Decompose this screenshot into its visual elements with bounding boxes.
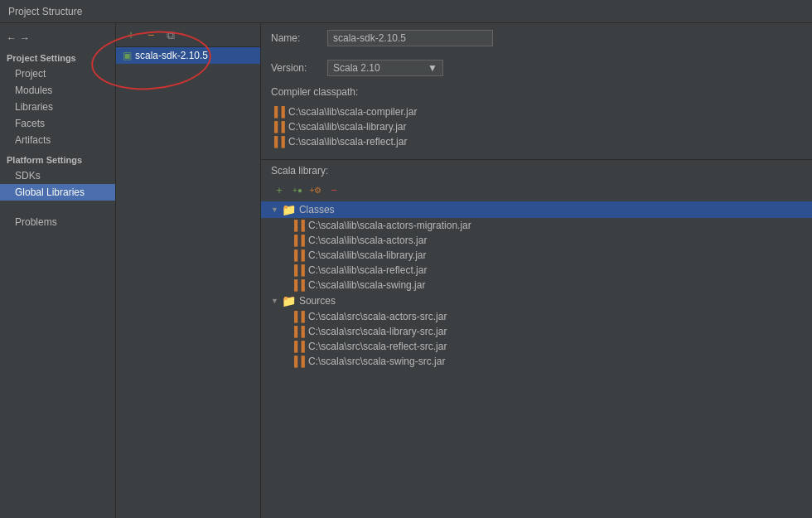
version-dropdown-arrow: ▼ xyxy=(421,62,437,74)
copy-sdk-button[interactable]: ⧉ xyxy=(162,27,179,43)
classes-item[interactable]: ▐▐ C:\scala\lib\scala-actors.jar xyxy=(261,233,812,248)
version-field-row: Version: Scala 2.10 ▼ xyxy=(261,53,812,83)
name-label: Name: xyxy=(271,32,321,44)
sidebar-item-global-libraries[interactable]: Global Libraries xyxy=(0,184,115,201)
sources-folder-icon: 📁 xyxy=(282,294,296,307)
version-value: Scala 2.10 xyxy=(333,62,380,74)
jar-icon-c3: ▐▐ xyxy=(291,249,305,261)
sdk-icon: ▣ xyxy=(123,50,132,61)
classpath-item-3: C:\scala\lib\scala-reflect.jar xyxy=(288,136,407,148)
sources-item-3: C:\scala\src\scala-reflect-src.jar xyxy=(308,341,447,352)
name-field-row: Name: xyxy=(261,23,812,53)
classes-item[interactable]: ▐▐ C:\scala\lib\scala-library.jar xyxy=(261,248,812,263)
sources-item-4: C:\scala\src\scala-swing-src.jar xyxy=(308,356,445,367)
classes-folder-icon: 📁 xyxy=(282,203,296,216)
classpath-item-2: C:\scala\lib\scala-library.jar xyxy=(288,121,406,133)
classes-node-label: Classes xyxy=(299,204,335,215)
sources-chevron: ▼ xyxy=(271,297,278,305)
version-label: Version: xyxy=(271,62,321,74)
library-remove-button[interactable]: − xyxy=(326,182,342,198)
add-sdk-button[interactable]: + xyxy=(123,27,139,43)
classes-tree-node[interactable]: ▼ 📁 Classes xyxy=(261,201,812,218)
classes-item-4: C:\scala\lib\scala-reflect.jar xyxy=(308,264,427,276)
tree-area: ▼ 📁 Classes ▐▐ C:\scala\lib\scala-actors… xyxy=(261,200,812,518)
sources-item[interactable]: ▐▐ C:\scala\src\scala-library-src.jar xyxy=(261,324,812,339)
classes-item-3: C:\scala\lib\scala-library.jar xyxy=(308,249,426,261)
sidebar-item-problems[interactable]: Problems xyxy=(0,214,115,230)
sidebar-item-facets[interactable]: Facets xyxy=(0,115,115,132)
jar-icon-c4: ▐▐ xyxy=(291,264,305,276)
sdk-list-item[interactable]: ▣ scala-sdk-2.10.5 xyxy=(116,47,260,64)
jar-icon-c2: ▐▐ xyxy=(291,235,305,246)
sidebar-item-libraries[interactable]: Libraries xyxy=(0,99,115,115)
classes-item[interactable]: ▐▐ C:\scala\lib\scala-swing.jar xyxy=(261,278,812,293)
sdk-label: scala-sdk-2.10.5 xyxy=(135,50,208,61)
classpath-item: ▐▐ C:\scala\lib\scala-library.jar xyxy=(271,119,802,134)
version-select[interactable]: Scala 2.10 ▼ xyxy=(327,60,443,76)
sidebar-item-artifacts[interactable]: Artifacts xyxy=(0,132,115,148)
jar-icon-s3: ▐▐ xyxy=(291,341,305,352)
title-bar: Project Structure xyxy=(0,0,812,23)
sidebar: ← → Project Settings Project Modules Lib… xyxy=(0,23,116,518)
remove-sdk-button[interactable]: − xyxy=(143,27,159,43)
classes-item[interactable]: ▐▐ C:\scala\lib\scala-reflect.jar xyxy=(261,263,812,278)
sources-item[interactable]: ▐▐ C:\scala\src\scala-swing-src.jar xyxy=(261,354,812,369)
name-input[interactable] xyxy=(327,30,493,46)
classes-item[interactable]: ▐▐ C:\scala\lib\scala-actors-migration.j… xyxy=(261,218,812,233)
scala-library-label: Scala library: xyxy=(261,160,812,180)
right-panel: Name: Version: Scala 2.10 ▼ Compiler cla… xyxy=(261,23,812,518)
sidebar-item-sdks[interactable]: SDKs xyxy=(0,167,115,184)
scala-library-section: Scala library: + +● +⚙ − ▼ 📁 Classes ▐▐ … xyxy=(261,159,812,518)
jar-icon-c5: ▐▐ xyxy=(291,279,305,291)
jar-icon-c1: ▐▐ xyxy=(291,220,305,231)
sources-node-label: Sources xyxy=(299,295,336,307)
main-layout: ← → Project Settings Project Modules Lib… xyxy=(0,23,812,518)
sources-tree-node[interactable]: ▼ 📁 Sources xyxy=(261,293,812,309)
jar-icon-2: ▐▐ xyxy=(271,121,285,133)
classpath-item: ▐▐ C:\scala\lib\scala-compiler.jar xyxy=(271,104,802,119)
title-bar-text: Project Structure xyxy=(8,6,82,17)
classes-item-2: C:\scala\lib\scala-actors.jar xyxy=(308,235,427,246)
left-pane: + − ⧉ ▣ scala-sdk-2.10.5 xyxy=(116,23,261,518)
classpath-item-1: C:\scala\lib\scala-compiler.jar xyxy=(288,106,417,118)
sidebar-item-modules[interactable]: Modules xyxy=(0,82,115,99)
jar-icon-3: ▐▐ xyxy=(271,136,285,148)
classes-item-5: C:\scala\lib\scala-swing.jar xyxy=(308,279,425,291)
classpath-item: ▐▐ C:\scala\lib\scala-reflect.jar xyxy=(271,134,802,149)
project-settings-label: Project Settings xyxy=(0,46,115,65)
sidebar-nav-back[interactable]: ← → xyxy=(0,30,115,46)
back-icon: ← xyxy=(7,32,17,44)
library-add-config-button[interactable]: +⚙ xyxy=(307,182,324,198)
sources-item-2: C:\scala\src\scala-library-src.jar xyxy=(308,326,447,337)
library-toolbar: + +● +⚙ − xyxy=(261,180,812,200)
classpath-area: ▐▐ C:\scala\lib\scala-compiler.jar ▐▐ C:… xyxy=(261,101,812,152)
classes-chevron: ▼ xyxy=(271,206,278,214)
jar-icon-s4: ▐▐ xyxy=(291,356,305,367)
classes-item-1: C:\scala\lib\scala-actors-migration.jar xyxy=(308,220,471,231)
sidebar-item-project[interactable]: Project xyxy=(0,65,115,82)
jar-icon-s2: ▐▐ xyxy=(291,326,305,337)
jar-icon-s1: ▐▐ xyxy=(291,311,305,322)
library-add-button[interactable]: + xyxy=(271,182,288,198)
forward-icon: → xyxy=(20,32,30,44)
platform-settings-label: Platform Settings xyxy=(0,148,115,167)
sources-item[interactable]: ▐▐ C:\scala\src\scala-actors-src.jar xyxy=(261,309,812,324)
library-add-specific-button[interactable]: +● xyxy=(289,182,306,198)
sources-item[interactable]: ▐▐ C:\scala\src\scala-reflect-src.jar xyxy=(261,339,812,354)
jar-icon-1: ▐▐ xyxy=(271,106,285,118)
left-toolbar: + − ⧉ xyxy=(116,23,260,47)
sources-item-1: C:\scala\src\scala-actors-src.jar xyxy=(308,311,447,322)
compiler-classpath-label: Compiler classpath: xyxy=(261,83,812,101)
